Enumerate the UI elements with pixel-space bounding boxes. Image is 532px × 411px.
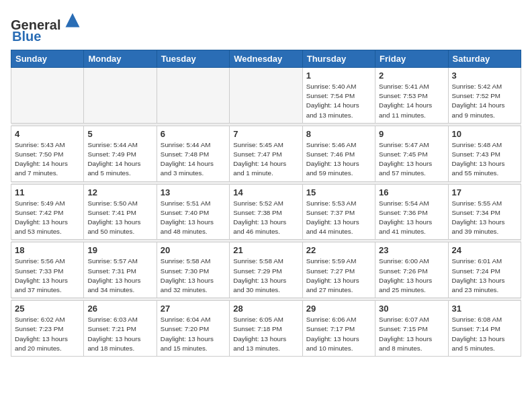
day-number: 27 <box>161 304 226 314</box>
day-info: Sunrise: 5:59 AM Sunset: 7:27 PM Dayligh… <box>306 257 371 295</box>
day-number: 22 <box>306 245 371 255</box>
calendar-cell: 24Sunrise: 6:01 AM Sunset: 7:24 PM Dayli… <box>448 242 521 298</box>
calendar-cell: 3Sunrise: 5:42 AM Sunset: 7:52 PM Daylig… <box>448 68 521 124</box>
week-row-3: 11Sunrise: 5:49 AM Sunset: 7:42 PM Dayli… <box>11 184 521 240</box>
day-number: 19 <box>87 245 152 255</box>
day-info: Sunrise: 6:03 AM Sunset: 7:21 PM Dayligh… <box>87 315 152 353</box>
day-info: Sunrise: 5:58 AM Sunset: 7:29 PM Dayligh… <box>233 257 298 295</box>
calendar-cell: 13Sunrise: 5:51 AM Sunset: 7:40 PM Dayli… <box>157 184 229 240</box>
day-number: 10 <box>452 129 517 139</box>
day-info: Sunrise: 5:55 AM Sunset: 7:34 PM Dayligh… <box>452 199 517 237</box>
day-number: 13 <box>161 187 226 197</box>
day-number: 14 <box>233 187 298 197</box>
weekday-header-sunday: Sunday <box>11 50 84 68</box>
calendar-cell: 8Sunrise: 5:46 AM Sunset: 7:46 PM Daylig… <box>302 126 375 181</box>
calendar-cell: 10Sunrise: 5:48 AM Sunset: 7:43 PM Dayli… <box>448 126 521 181</box>
calendar-cell: 1Sunrise: 5:40 AM Sunset: 7:54 PM Daylig… <box>302 68 375 124</box>
day-info: Sunrise: 5:58 AM Sunset: 7:30 PM Dayligh… <box>161 257 226 295</box>
day-number: 11 <box>15 187 80 197</box>
calendar-cell: 12Sunrise: 5:50 AM Sunset: 7:41 PM Dayli… <box>84 184 157 240</box>
week-row-4: 18Sunrise: 5:56 AM Sunset: 7:33 PM Dayli… <box>11 242 521 298</box>
weekday-header-saturday: Saturday <box>448 50 521 68</box>
logo-icon <box>63 11 82 30</box>
day-info: Sunrise: 5:46 AM Sunset: 7:46 PM Dayligh… <box>306 140 371 179</box>
calendar-cell: 2Sunrise: 5:41 AM Sunset: 7:53 PM Daylig… <box>375 68 448 124</box>
day-number: 20 <box>161 245 226 255</box>
day-number: 17 <box>452 187 517 197</box>
day-info: Sunrise: 5:50 AM Sunset: 7:41 PM Dayligh… <box>87 199 152 237</box>
calendar-cell: 28Sunrise: 6:05 AM Sunset: 7:18 PM Dayli… <box>230 301 302 357</box>
day-number: 2 <box>379 71 444 81</box>
day-info: Sunrise: 5:40 AM Sunset: 7:54 PM Dayligh… <box>306 82 371 120</box>
day-number: 16 <box>379 187 444 197</box>
calendar-cell: 31Sunrise: 6:08 AM Sunset: 7:14 PM Dayli… <box>448 301 521 357</box>
header: General Blue <box>11 11 521 44</box>
calendar: SundayMondayTuesdayWednesdayThursdayFrid… <box>11 50 521 357</box>
calendar-cell <box>230 68 302 124</box>
day-info: Sunrise: 5:51 AM Sunset: 7:40 PM Dayligh… <box>161 199 226 237</box>
weekday-header-wednesday: Wednesday <box>230 50 302 68</box>
calendar-cell: 6Sunrise: 5:44 AM Sunset: 7:48 PM Daylig… <box>157 126 229 181</box>
calendar-cell: 18Sunrise: 5:56 AM Sunset: 7:33 PM Dayli… <box>11 242 84 298</box>
day-number: 6 <box>161 129 226 139</box>
day-number: 29 <box>306 304 371 314</box>
day-info: Sunrise: 5:52 AM Sunset: 7:38 PM Dayligh… <box>233 199 298 237</box>
calendar-cell: 26Sunrise: 6:03 AM Sunset: 7:21 PM Dayli… <box>84 301 157 357</box>
week-row-2: 4Sunrise: 5:43 AM Sunset: 7:50 PM Daylig… <box>11 126 521 181</box>
day-info: Sunrise: 6:02 AM Sunset: 7:23 PM Dayligh… <box>15 315 80 353</box>
logo-blue-text: Blue <box>12 29 41 44</box>
calendar-cell: 19Sunrise: 5:57 AM Sunset: 7:31 PM Dayli… <box>84 242 157 298</box>
day-number: 23 <box>379 245 444 255</box>
calendar-cell: 16Sunrise: 5:54 AM Sunset: 7:36 PM Dayli… <box>375 184 448 240</box>
calendar-cell: 15Sunrise: 5:53 AM Sunset: 7:37 PM Dayli… <box>302 184 375 240</box>
day-number: 15 <box>306 187 371 197</box>
day-info: Sunrise: 5:43 AM Sunset: 7:50 PM Dayligh… <box>15 140 80 179</box>
day-info: Sunrise: 5:44 AM Sunset: 7:49 PM Dayligh… <box>87 140 152 179</box>
day-number: 7 <box>233 129 298 139</box>
day-info: Sunrise: 5:45 AM Sunset: 7:47 PM Dayligh… <box>233 140 298 179</box>
day-info: Sunrise: 6:04 AM Sunset: 7:20 PM Dayligh… <box>161 315 226 353</box>
day-number: 5 <box>87 129 152 139</box>
day-number: 4 <box>15 129 80 139</box>
svg-marker-0 <box>66 13 80 28</box>
calendar-cell: 5Sunrise: 5:44 AM Sunset: 7:49 PM Daylig… <box>84 126 157 181</box>
weekday-header-friday: Friday <box>375 50 448 68</box>
calendar-cell: 14Sunrise: 5:52 AM Sunset: 7:38 PM Dayli… <box>230 184 302 240</box>
calendar-cell: 25Sunrise: 6:02 AM Sunset: 7:23 PM Dayli… <box>11 301 84 357</box>
day-number: 21 <box>233 245 298 255</box>
day-info: Sunrise: 6:06 AM Sunset: 7:17 PM Dayligh… <box>306 315 371 353</box>
calendar-cell: 27Sunrise: 6:04 AM Sunset: 7:20 PM Dayli… <box>157 301 229 357</box>
calendar-cell: 21Sunrise: 5:58 AM Sunset: 7:29 PM Dayli… <box>230 242 302 298</box>
day-info: Sunrise: 5:48 AM Sunset: 7:43 PM Dayligh… <box>452 140 517 179</box>
day-number: 30 <box>379 304 444 314</box>
weekday-header-thursday: Thursday <box>302 50 375 68</box>
day-number: 1 <box>306 71 371 81</box>
day-info: Sunrise: 5:42 AM Sunset: 7:52 PM Dayligh… <box>452 82 517 120</box>
day-number: 9 <box>379 129 444 139</box>
calendar-cell: 4Sunrise: 5:43 AM Sunset: 7:50 PM Daylig… <box>11 126 84 181</box>
week-row-5: 25Sunrise: 6:02 AM Sunset: 7:23 PM Dayli… <box>11 301 521 357</box>
day-number: 24 <box>452 245 517 255</box>
day-info: Sunrise: 6:05 AM Sunset: 7:18 PM Dayligh… <box>233 315 298 353</box>
calendar-cell: 11Sunrise: 5:49 AM Sunset: 7:42 PM Dayli… <box>11 184 84 240</box>
day-info: Sunrise: 5:49 AM Sunset: 7:42 PM Dayligh… <box>15 199 80 237</box>
day-info: Sunrise: 6:07 AM Sunset: 7:15 PM Dayligh… <box>379 315 444 353</box>
calendar-cell: 20Sunrise: 5:58 AM Sunset: 7:30 PM Dayli… <box>157 242 229 298</box>
day-number: 26 <box>87 304 152 314</box>
day-info: Sunrise: 6:00 AM Sunset: 7:26 PM Dayligh… <box>379 257 444 295</box>
calendar-cell: 29Sunrise: 6:06 AM Sunset: 7:17 PM Dayli… <box>302 301 375 357</box>
week-row-1: 1Sunrise: 5:40 AM Sunset: 7:54 PM Daylig… <box>11 68 521 124</box>
day-info: Sunrise: 5:47 AM Sunset: 7:45 PM Dayligh… <box>379 140 444 179</box>
calendar-cell: 30Sunrise: 6:07 AM Sunset: 7:15 PM Dayli… <box>375 301 448 357</box>
calendar-cell: 17Sunrise: 5:55 AM Sunset: 7:34 PM Dayli… <box>448 184 521 240</box>
calendar-cell: 7Sunrise: 5:45 AM Sunset: 7:47 PM Daylig… <box>230 126 302 181</box>
calendar-cell: 23Sunrise: 6:00 AM Sunset: 7:26 PM Dayli… <box>375 242 448 298</box>
day-number: 8 <box>306 129 371 139</box>
weekday-header-row: SundayMondayTuesdayWednesdayThursdayFrid… <box>11 50 521 68</box>
day-info: Sunrise: 5:41 AM Sunset: 7:53 PM Dayligh… <box>379 82 444 120</box>
day-number: 25 <box>15 304 80 314</box>
day-number: 3 <box>452 71 517 81</box>
day-info: Sunrise: 5:57 AM Sunset: 7:31 PM Dayligh… <box>87 257 152 295</box>
logo: General Blue <box>11 11 82 44</box>
calendar-cell <box>11 68 84 124</box>
